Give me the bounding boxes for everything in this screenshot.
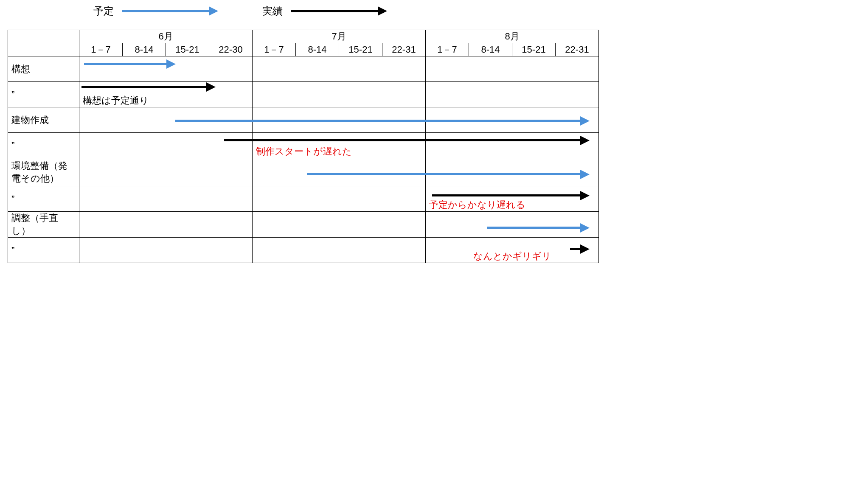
row-1: 構想	[8, 56, 599, 82]
note-row4: 制作スタートが遅れた	[256, 146, 352, 157]
row-2: ” 構想は予定通り	[8, 82, 599, 107]
legend-plan-arrow	[122, 7, 211, 15]
header-months: 6月 7月 8月	[8, 30, 599, 43]
row-label-3: 建物作成	[8, 107, 79, 133]
row-7: 調整（手直し）	[8, 212, 599, 238]
note-row6: 予定からかなり遅れる	[429, 199, 525, 210]
legend: 予定 実績	[93, 4, 380, 18]
legend-actual-arrow	[291, 7, 380, 15]
row-label-6: ”	[8, 186, 79, 212]
row-label-1: 構想	[8, 56, 79, 82]
row-6: ” 予定からかなり遅れる	[8, 186, 599, 212]
row-3: 建物作成	[8, 107, 599, 133]
row-8: ” なんとかギリギリ	[8, 238, 599, 263]
row-label-8: ”	[8, 238, 79, 263]
legend-plan: 予定	[93, 4, 211, 18]
row-label-7: 調整（手直し）	[8, 212, 79, 238]
legend-actual-label: 実績	[262, 4, 283, 18]
legend-plan-label: 予定	[93, 4, 114, 18]
row-5: 環境整備（発電その他）	[8, 158, 599, 186]
note-row2: 構想は予定通り	[83, 95, 149, 106]
row-4: ” 制作スタートが遅れた	[8, 133, 599, 158]
row-label-4: ”	[8, 133, 79, 158]
month-6: 6月	[79, 30, 253, 43]
row-label-5: 環境整備（発電その他）	[8, 158, 79, 186]
header-weeks: 1－7 8-14 15-21 22-30 1－7 8-14 15-21 22-3…	[8, 43, 599, 56]
gantt-table: 6月 7月 8月 1－7 8-14 15-21 22-30 1－7 8-14 1…	[8, 30, 599, 263]
note-row8: なんとかギリギリ	[473, 251, 551, 261]
legend-actual: 実績	[262, 4, 380, 18]
month-8: 8月	[426, 30, 599, 43]
month-7: 7月	[253, 30, 426, 43]
row-label-2: ”	[8, 82, 79, 107]
